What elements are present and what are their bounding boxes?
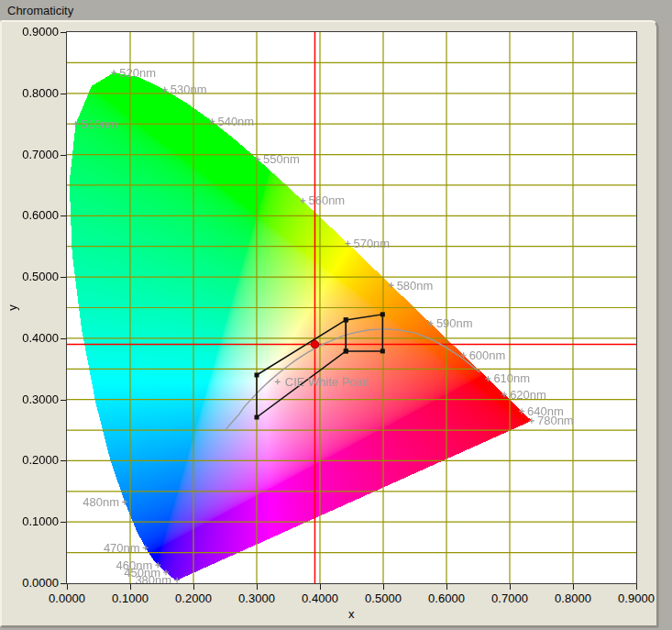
wavelength-label: 570nm bbox=[353, 237, 390, 250]
wavelength-tick-icon bbox=[255, 157, 260, 162]
wavelength-label: 550nm bbox=[263, 152, 300, 166]
y-tick-label: 0.6000 bbox=[4, 209, 59, 222]
wavelength-tick-icon bbox=[143, 545, 149, 550]
white-point-icon bbox=[275, 379, 281, 384]
wavelength-tick-icon bbox=[428, 321, 434, 326]
y-tick-mark bbox=[61, 216, 66, 216]
wavelength-label: 510nm bbox=[82, 117, 118, 131]
wavelength-label: 540nm bbox=[217, 115, 254, 128]
x-tick-label: 0.1000 bbox=[102, 592, 159, 605]
x-tick-mark bbox=[573, 584, 574, 590]
x-tick-mark bbox=[257, 584, 258, 590]
y-tick-mark bbox=[61, 277, 66, 278]
x-axis-title: x bbox=[348, 607, 355, 621]
wavelength-label: 610nm bbox=[493, 371, 530, 385]
wavelength-label: 590nm bbox=[436, 316, 473, 330]
quad-vertex-handle bbox=[380, 348, 385, 353]
measurement-point-marker bbox=[311, 340, 318, 348]
wavelength-tick-icon bbox=[73, 121, 79, 127]
wavelength-label: 530nm bbox=[171, 83, 207, 96]
wavelength-label: 520nm bbox=[119, 66, 156, 80]
quad-vertex-handle bbox=[344, 317, 348, 322]
plot-overlay: 520nm530nm510nm540nm550nm560nm570nm580nm… bbox=[67, 32, 636, 583]
y-tick-label: 0.5000 bbox=[4, 271, 59, 283]
wavelength-label: 470nm bbox=[104, 541, 140, 555]
y-tick-label: 0.3000 bbox=[4, 393, 59, 406]
quad-vertex-handle bbox=[380, 312, 385, 316]
y-tick-mark bbox=[61, 460, 66, 461]
y-tick-label: 0.4000 bbox=[4, 332, 59, 345]
wavelength-label: 620nm bbox=[510, 388, 546, 402]
y-tick-label: 0.7000 bbox=[4, 149, 59, 161]
y-tick-label: 0.0000 bbox=[4, 577, 59, 590]
tolerance-quad bbox=[346, 315, 382, 351]
wavelength-tick-icon bbox=[162, 87, 168, 93]
wavelength-tick-icon bbox=[389, 282, 394, 288]
x-tick-label: 0.4000 bbox=[292, 592, 348, 605]
wavelength-tick-icon bbox=[529, 418, 534, 424]
y-tick-mark bbox=[61, 155, 66, 156]
x-tick-mark bbox=[383, 584, 384, 590]
wavelength-tick-icon bbox=[519, 408, 524, 414]
wavelength-label: 560nm bbox=[308, 193, 345, 207]
white-point-label: CIE White Point bbox=[285, 375, 369, 389]
x-tick-mark bbox=[510, 584, 511, 590]
x-tick-mark bbox=[193, 584, 194, 590]
wavelength-label: 580nm bbox=[397, 279, 434, 293]
wavelength-label: 380nm bbox=[135, 573, 171, 583]
wavelength-tick-icon bbox=[485, 376, 490, 381]
y-tick-label: 0.2000 bbox=[4, 454, 59, 467]
window-title: Chromaticity bbox=[7, 4, 73, 17]
y-axis-title: y bbox=[6, 304, 19, 311]
y-tick-mark bbox=[61, 32, 66, 33]
wavelength-label: 480nm bbox=[83, 495, 119, 509]
plot-area: 520nm530nm510nm540nm550nm560nm570nm580nm… bbox=[66, 31, 637, 584]
x-tick-label: 0.8000 bbox=[545, 592, 601, 605]
x-tick-label: 0.7000 bbox=[481, 592, 538, 605]
x-tick-mark bbox=[320, 584, 321, 590]
x-tick-mark bbox=[446, 584, 447, 590]
wavelength-tick-icon bbox=[345, 241, 350, 247]
wavelength-label: 780nm bbox=[537, 414, 574, 427]
x-tick-label: 0.5000 bbox=[355, 592, 412, 605]
y-tick-mark bbox=[61, 583, 66, 584]
x-tick-label: 0.0000 bbox=[39, 592, 95, 605]
wavelength-tick-icon bbox=[122, 499, 127, 504]
y-tick-mark bbox=[61, 94, 66, 94]
x-tick-label: 0.9000 bbox=[608, 592, 665, 605]
wavelength-tick-icon bbox=[209, 118, 215, 124]
wavelength-tick-icon bbox=[300, 198, 305, 204]
quad-vertex-handle bbox=[344, 348, 348, 353]
wavelength-tick-icon bbox=[111, 70, 116, 75]
quad-vertex-handle bbox=[255, 372, 259, 377]
y-tick-label: 0.1000 bbox=[4, 515, 59, 528]
x-tick-mark bbox=[130, 584, 131, 590]
x-tick-label: 0.2000 bbox=[165, 592, 222, 605]
y-tick-label: 0.9000 bbox=[4, 26, 59, 39]
wavelength-tick-icon bbox=[174, 578, 180, 583]
x-tick-mark bbox=[636, 584, 637, 590]
x-tick-label: 0.6000 bbox=[418, 592, 475, 605]
wavelength-tick-icon bbox=[501, 392, 507, 397]
wavelength-label: 600nm bbox=[469, 348, 506, 362]
x-tick-label: 0.3000 bbox=[228, 592, 285, 605]
quad-vertex-handle bbox=[255, 415, 259, 420]
y-tick-mark bbox=[61, 400, 66, 401]
x-tick-mark bbox=[67, 584, 68, 590]
chromaticity-window: Chromaticity 520nm530nm510nm540nm550nm56… bbox=[0, 0, 672, 630]
y-tick-mark bbox=[61, 338, 66, 339]
y-tick-mark bbox=[61, 522, 66, 523]
y-tick-label: 0.8000 bbox=[4, 87, 59, 100]
